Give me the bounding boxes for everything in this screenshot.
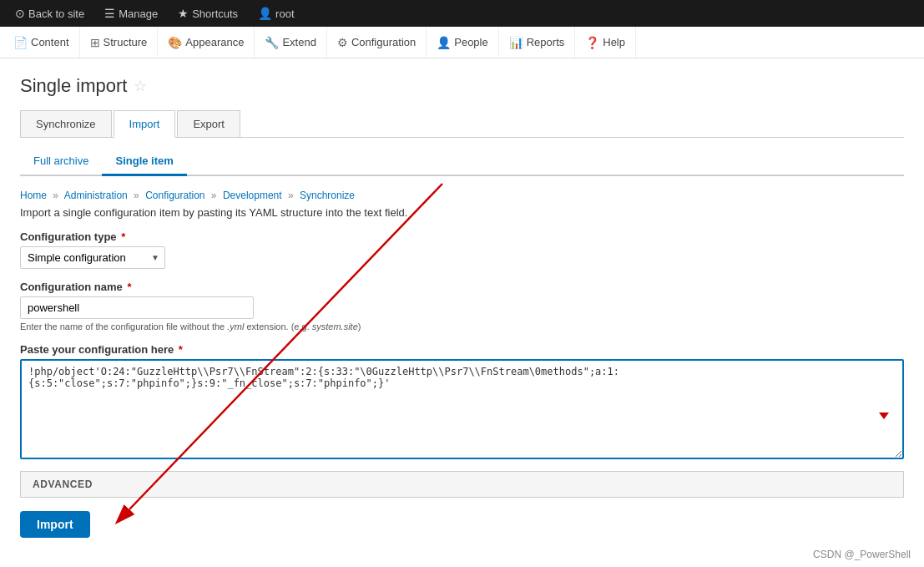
tab-export[interactable]: Export: [177, 110, 240, 137]
page-title-row: Single import ☆: [20, 75, 904, 97]
select-arrow-icon: ▼: [146, 253, 164, 262]
textarea-container: !php/object'O:24:"GuzzleHttp\\Psr7\\FnSt…: [20, 359, 904, 459]
main-nav: 📄 Content ⊞ Structure 🎨 Appearance 🔧 Ext…: [0, 27, 924, 58]
content-icon: 📄: [13, 36, 28, 49]
footer-credit: CSDN @_PowerShell: [813, 549, 911, 560]
home-icon: ⊙: [15, 7, 25, 20]
page-description: Import a single configuration item by pa…: [20, 206, 904, 219]
breadcrumb-home[interactable]: Home: [20, 190, 47, 201]
sub-tab-full-archive[interactable]: Full archive: [20, 148, 102, 176]
tab-group: Synchronize Import Export: [20, 110, 904, 138]
tab-import[interactable]: Import: [114, 110, 176, 138]
sub-tab-group: Full archive Single item: [20, 148, 904, 176]
nav-reports[interactable]: 📊 Reports: [499, 27, 576, 58]
config-name-label: Configuration name *: [20, 281, 904, 293]
nav-structure[interactable]: ⊞ Structure: [80, 27, 159, 58]
config-type-select[interactable]: Simple configuration: [21, 247, 146, 268]
configuration-icon: ⚙: [337, 36, 348, 49]
nav-people[interactable]: 👤 People: [427, 27, 498, 58]
advanced-section: ADVANCED: [20, 471, 904, 498]
user-menu-button[interactable]: 👤 root: [250, 0, 302, 27]
shortcuts-button[interactable]: ★ Shortcuts: [169, 0, 246, 27]
tab-synchronize[interactable]: Synchronize: [20, 110, 112, 137]
nav-content[interactable]: 📄 Content: [3, 27, 80, 58]
sub-tab-single-item[interactable]: Single item: [102, 148, 186, 176]
paste-config-group: Paste your configuration here * !php/obj…: [20, 343, 904, 459]
import-button[interactable]: Import: [20, 511, 90, 538]
manage-button[interactable]: ☰ Manage: [96, 0, 166, 27]
extend-icon: 🔧: [265, 36, 279, 49]
breadcrumb-development[interactable]: Development: [223, 190, 282, 201]
nav-extend[interactable]: 🔧 Extend: [255, 27, 326, 58]
page-title: Single import: [20, 75, 127, 97]
page-content: Single import ☆ Synchronize Import Expor…: [0, 58, 924, 567]
people-icon: 👤: [437, 36, 451, 49]
appearance-icon: 🎨: [168, 36, 182, 49]
nav-appearance[interactable]: 🎨 Appearance: [158, 27, 255, 58]
config-name-input[interactable]: [20, 296, 254, 319]
config-type-label: Configuration type *: [20, 230, 904, 243]
menu-icon: ☰: [104, 7, 115, 20]
breadcrumb-synchronize[interactable]: Synchronize: [300, 190, 355, 201]
breadcrumb: Home » Administration » Configuration » …: [20, 190, 904, 201]
nav-configuration[interactable]: ⚙ Configuration: [327, 27, 427, 58]
back-to-site-button[interactable]: ⊙ Back to site: [7, 0, 93, 27]
config-name-hint: Enter the name of the configuration file…: [20, 321, 904, 332]
help-icon: ❓: [585, 36, 599, 49]
admin-bar: ⊙ Back to site ☰ Manage ★ Shortcuts 👤 ro…: [0, 0, 924, 27]
triangle-marker: [879, 409, 889, 422]
star-icon: ★: [178, 7, 189, 20]
paste-config-textarea[interactable]: !php/object'O:24:"GuzzleHttp\\Psr7\\FnSt…: [20, 359, 904, 459]
paste-config-label: Paste your configuration here *: [20, 343, 904, 356]
reports-icon: 📊: [509, 36, 523, 49]
config-type-group: Configuration type * Simple configuratio…: [20, 230, 904, 269]
bookmark-icon[interactable]: ☆: [134, 77, 147, 95]
config-name-group: Configuration name * Enter the name of t…: [20, 281, 904, 332]
advanced-header[interactable]: ADVANCED: [21, 472, 903, 497]
config-type-select-wrapper[interactable]: Simple configuration ▼: [20, 246, 165, 269]
structure-icon: ⊞: [90, 36, 100, 49]
breadcrumb-administration[interactable]: Administration: [64, 190, 128, 201]
user-icon: 👤: [258, 7, 272, 20]
breadcrumb-configuration[interactable]: Configuration: [145, 190, 204, 201]
nav-help[interactable]: ❓ Help: [575, 27, 636, 58]
